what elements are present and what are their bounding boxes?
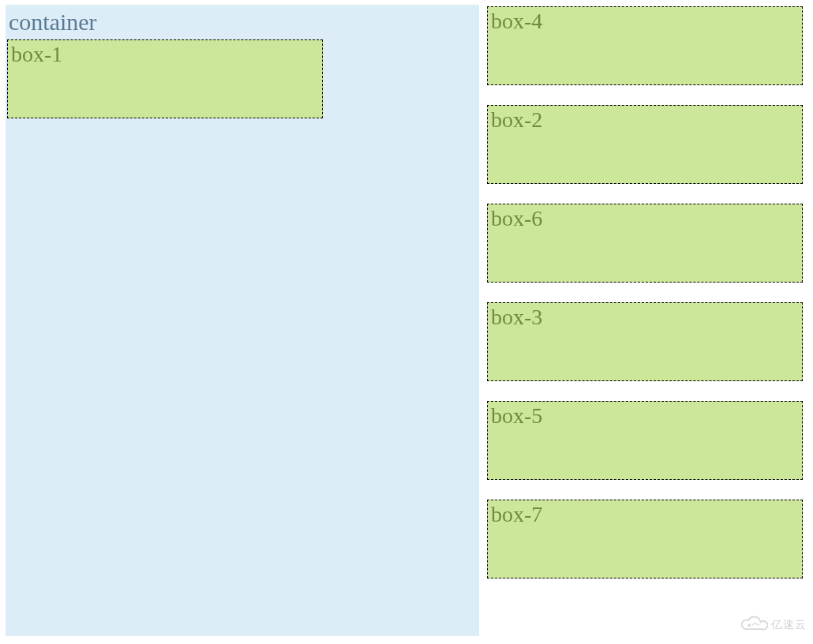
container-panel: container box-1 bbox=[6, 5, 479, 636]
watermark: 亿速云 bbox=[738, 614, 807, 636]
box-4-label: box-4 bbox=[491, 9, 799, 34]
right-column: box-4 box-2 box-6 box-3 box-5 box-7 bbox=[487, 6, 803, 578]
box-5: box-5 bbox=[487, 401, 803, 480]
box-3-label: box-3 bbox=[491, 305, 799, 330]
box-2: box-2 bbox=[487, 105, 803, 184]
watermark-text: 亿速云 bbox=[771, 618, 807, 632]
box-1: box-1 bbox=[7, 39, 323, 118]
cloud-icon bbox=[738, 614, 768, 636]
container-label: container bbox=[7, 8, 478, 36]
box-7: box-7 bbox=[487, 500, 803, 578]
svg-point-0 bbox=[747, 624, 751, 627]
box-6-label: box-6 bbox=[491, 206, 799, 231]
box-1-label: box-1 bbox=[11, 42, 319, 67]
box-3: box-3 bbox=[487, 302, 803, 381]
box-7-label: box-7 bbox=[491, 502, 799, 527]
box-2-label: box-2 bbox=[491, 107, 799, 133]
box-5-label: box-5 bbox=[491, 403, 799, 429]
box-6: box-6 bbox=[487, 204, 803, 283]
box-4: box-4 bbox=[487, 6, 803, 85]
